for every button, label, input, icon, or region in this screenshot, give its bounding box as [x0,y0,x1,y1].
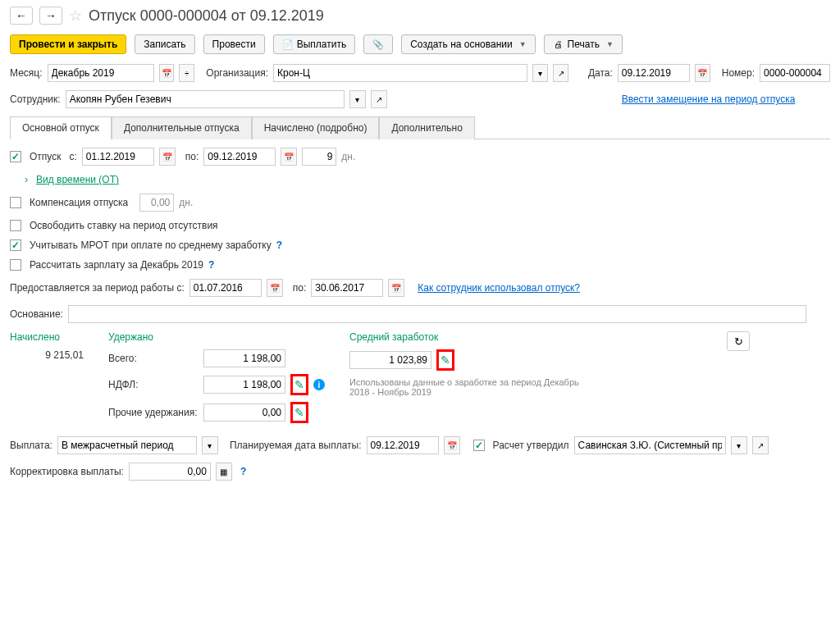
total-input[interactable] [203,349,285,367]
payment-dropdown-button[interactable]: ▾ [202,436,218,454]
post-close-button[interactable]: Провести и закрыть [10,34,126,54]
period-to-input[interactable] [311,279,383,297]
help-icon[interactable]: ? [240,466,246,477]
employee-open-button[interactable]: ↗ [371,90,387,108]
ndfl-input[interactable] [203,376,285,394]
org-input[interactable] [273,64,527,82]
planned-label: Планируемая дата выплаты: [230,440,362,451]
help-icon[interactable]: ? [208,259,214,271]
tab-main-vacation[interactable]: Основной отпуск [10,116,112,139]
date-calendar-button[interactable]: 📅 [695,64,710,82]
chevron-down-icon: ▼ [606,40,614,48]
accrued-label: Начислено [10,331,84,343]
from-calendar-button[interactable]: 📅 [159,148,176,166]
refresh-button[interactable]: ↻ [727,331,750,351]
pencil-icon[interactable]: ✎ [441,353,450,367]
expand-icon[interactable]: › [25,174,28,185]
other-input[interactable] [203,403,285,422]
compensation-checkbox[interactable] [10,197,21,208]
help-icon[interactable]: ? [276,239,282,251]
create-based-button[interactable]: Создать на основании▼ [401,34,535,54]
org-label: Организация: [206,67,268,79]
chevron-down-icon: ▼ [519,40,527,48]
document-icon [282,39,294,50]
approved-checkbox[interactable]: ✓ [473,440,485,451]
date-label: Дата: [588,67,613,79]
correction-label: Корректировка выплаты: [10,466,124,477]
vacation-from-input[interactable] [82,148,154,166]
days-unit: дн. [341,151,355,162]
period-label: Предоставляется за период работы с: [10,282,185,294]
planned-calendar-button[interactable]: 📅 [444,436,460,454]
month-input[interactable] [48,64,154,82]
nav-back-button[interactable]: ← [10,7,33,25]
month-calendar-button[interactable]: 📅 [159,64,175,82]
info-text: Использованы данные о заработке за перио… [349,377,596,397]
employee-dropdown-button[interactable]: ▾ [349,90,366,108]
to-label: по: [185,151,199,162]
org-dropdown-button[interactable]: ▾ [532,64,548,82]
calc-salary-checkbox[interactable] [10,259,21,271]
calc-salary-label: Рассчитать зарплату за Декабрь 2019 [30,259,203,271]
free-rate-checkbox[interactable] [10,220,21,231]
time-type-link[interactable]: Вид времени (ОТ) [36,174,119,185]
tab-additional[interactable]: Дополнительно [379,116,474,139]
accrued-value: 9 215,01 [10,349,84,361]
pay-button[interactable]: Выплатить [273,34,356,54]
print-icon [553,39,564,50]
avg-input[interactable] [349,351,431,369]
to-calendar-button[interactable]: 📅 [281,148,297,166]
month-stepper-button[interactable]: ÷ [179,64,194,82]
payment-input[interactable] [57,436,197,454]
employee-label: Сотрудник: [10,93,61,105]
org-open-button[interactable]: ↗ [553,64,568,82]
withheld-label: Удержано [108,331,325,343]
tab-accrued-detail[interactable]: Начислено (подробно) [252,116,380,139]
planned-input[interactable] [367,436,439,454]
total-label: Всего: [108,353,199,364]
date-input[interactable] [618,64,690,82]
number-label: Номер: [722,67,755,79]
vacation-checkbox[interactable]: ✓ [10,151,21,162]
other-label: Прочие удержания: [108,407,199,418]
correction-input[interactable] [129,463,211,481]
month-label: Месяц: [10,67,43,79]
reason-input[interactable] [68,305,806,323]
period-to-label: по: [293,282,307,294]
reason-label: Основание: [10,308,63,320]
post-button[interactable]: Провести [203,34,265,54]
vacation-label: Отпуск [30,151,61,162]
approver-open-button[interactable]: ↗ [752,436,769,454]
from-label: с: [69,151,76,162]
mrot-label: Учитывать МРОТ при оплате по среднему за… [30,239,272,251]
mrot-checkbox[interactable]: ✓ [10,239,21,251]
employee-input[interactable] [66,90,345,108]
info-icon[interactable]: i [313,379,325,390]
nav-forward-button[interactable]: → [39,7,62,25]
period-from-input[interactable] [189,279,262,297]
usage-link[interactable]: Как сотрудник использовал отпуск? [418,282,580,294]
compensation-input[interactable] [139,194,174,212]
star-icon[interactable]: ☆ [69,7,82,25]
approver-input[interactable] [574,436,726,454]
approved-label: Расчет утвердил [493,440,569,451]
period-to-calendar-button[interactable]: 📅 [388,279,404,297]
print-button[interactable]: Печать▼ [544,34,623,54]
days-input[interactable] [302,148,336,166]
period-from-calendar-button[interactable]: 📅 [267,279,283,297]
clip-icon [372,39,384,50]
page-title: Отпуск 0000-000004 от 09.12.2019 [89,7,324,25]
approver-dropdown-button[interactable]: ▾ [731,436,747,454]
vacation-to-input[interactable] [203,148,276,166]
pencil-icon[interactable]: ✎ [294,378,304,391]
free-rate-label: Освободить ставку на период отсутствия [30,220,218,231]
number-input[interactable] [760,64,830,82]
attach-button[interactable] [363,34,393,54]
compensation-label: Компенсация отпуска [30,197,128,208]
save-button[interactable]: Записать [135,34,194,54]
tab-additional-vacations[interactable]: Дополнительные отпуска [112,116,252,139]
pencil-icon[interactable]: ✎ [294,406,304,419]
substitution-link[interactable]: Ввести замещение на период отпуска [622,93,796,105]
correction-calculator-button[interactable]: ▦ [216,463,232,481]
avg-label: Средний заработок [349,331,596,343]
